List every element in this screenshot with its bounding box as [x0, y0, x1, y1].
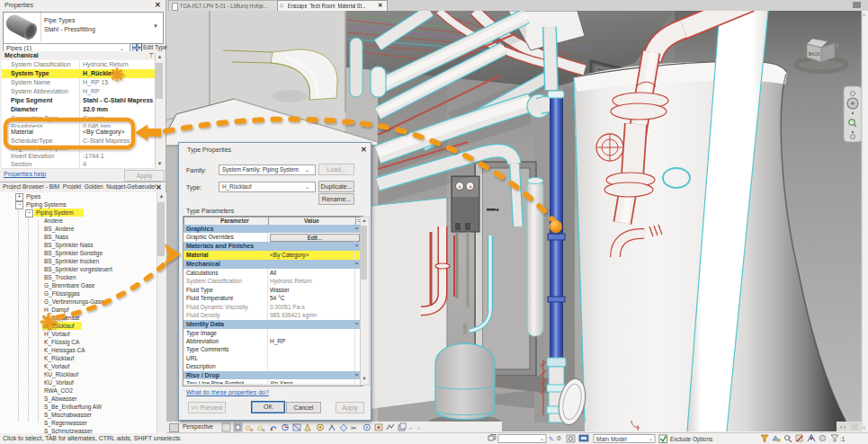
svg-text:x: x: [263, 427, 265, 432]
svg-text:+: +: [789, 434, 792, 440]
svg-text:✂: ✂: [351, 424, 357, 432]
svg-text:BACK: BACK: [809, 52, 820, 57]
svg-text::0: :0: [556, 435, 561, 441]
svg-text:⌄: ⌄: [540, 436, 544, 441]
svg-text::1: :1: [840, 436, 846, 442]
svg-text:Exclude Options: Exclude Options: [670, 436, 713, 443]
svg-text:˄: ˄: [863, 13, 865, 18]
svg-text:⌄: ⌄: [649, 436, 653, 441]
svg-text:x: x: [251, 427, 254, 432]
svg-text:‹ ›: ‹ ›: [840, 424, 846, 431]
svg-text:˅: ˅: [863, 425, 865, 431]
svg-text:✎: ✎: [549, 436, 554, 442]
svg-text:‹: ‹: [417, 425, 420, 431]
svg-text:Main Model: Main Model: [596, 436, 627, 442]
svg-text:⌐: ⌐: [409, 425, 413, 431]
